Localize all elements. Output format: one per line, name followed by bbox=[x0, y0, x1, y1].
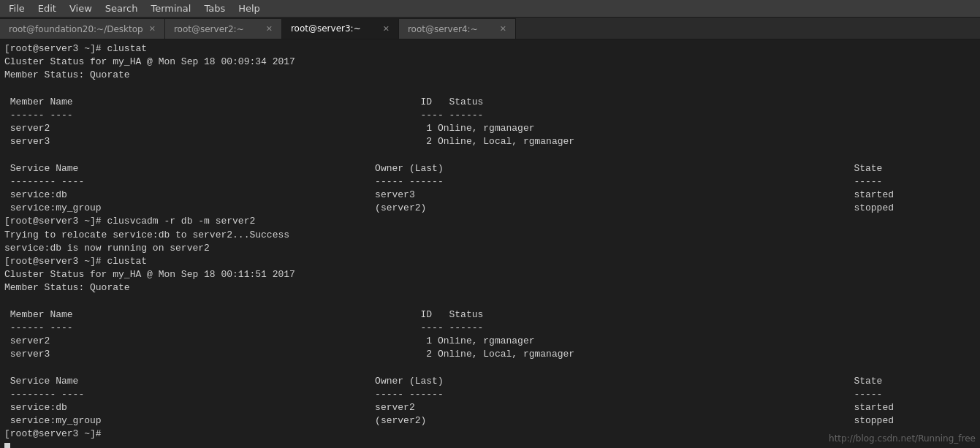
tab-close-icon[interactable]: ✕ bbox=[500, 24, 506, 34]
menu-file[interactable]: File bbox=[3, 1, 31, 15]
tab-close-icon[interactable]: ✕ bbox=[149, 24, 156, 34]
tab-foundation20[interactable]: root@foundation20:~/Desktop ✕ bbox=[0, 18, 165, 39]
terminal-output: [root@server3 ~]# clustat Cluster Status… bbox=[4, 42, 976, 441]
tab-close-icon[interactable]: ✕ bbox=[383, 24, 390, 34]
menu-search[interactable]: Search bbox=[99, 1, 144, 15]
terminal-area[interactable]: [root@server3 ~]# clustat Cluster Status… bbox=[0, 39, 980, 448]
menu-view[interactable]: View bbox=[64, 1, 98, 15]
tab-label: root@server4:~ bbox=[408, 24, 478, 34]
tab-label: root@foundation20:~/Desktop bbox=[9, 24, 143, 34]
tab-label: root@server3:~ bbox=[291, 23, 361, 34]
tab-server3[interactable]: root@server3:~ ✕ bbox=[282, 18, 399, 39]
terminal-cursor bbox=[4, 443, 10, 448]
tab-label: root@server2:~ bbox=[174, 24, 244, 34]
menu-bar: File Edit View Search Terminal Tabs Help bbox=[0, 0, 980, 18]
menu-terminal[interactable]: Terminal bbox=[145, 1, 197, 15]
menu-help[interactable]: Help bbox=[232, 1, 266, 15]
watermark: http://blog.csdn.net/Running_free bbox=[829, 433, 976, 445]
menu-edit[interactable]: Edit bbox=[32, 1, 62, 15]
tab-bar: root@foundation20:~/Desktop ✕ root@serve… bbox=[0, 18, 980, 39]
tab-server4[interactable]: root@server4:~ ✕ bbox=[399, 18, 516, 39]
tab-server2[interactable]: root@server2:~ ✕ bbox=[165, 18, 282, 39]
menu-tabs[interactable]: Tabs bbox=[198, 1, 231, 15]
tab-close-icon[interactable]: ✕ bbox=[266, 24, 273, 34]
